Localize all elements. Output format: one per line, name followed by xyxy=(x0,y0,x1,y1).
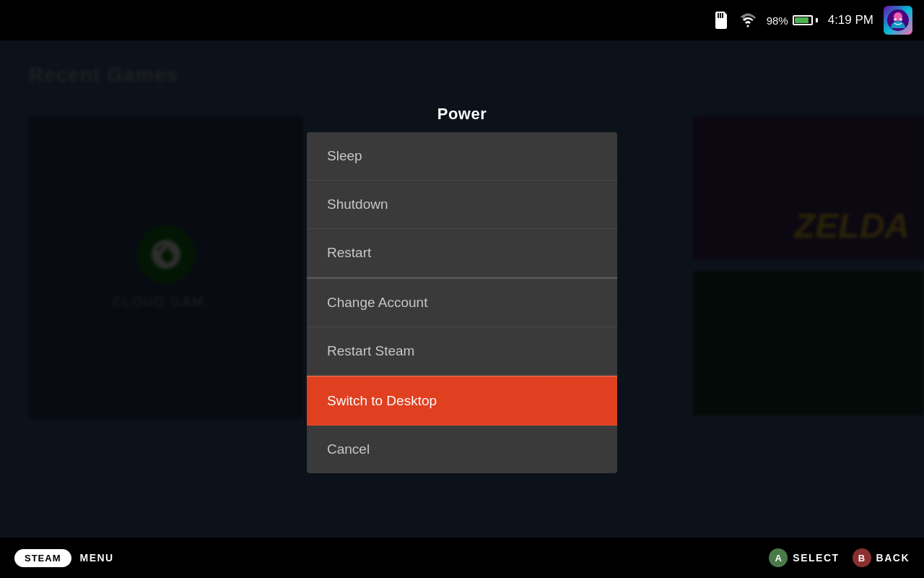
bottom-bar: STEAM MENU A SELECT B BACK xyxy=(0,538,924,578)
power-modal: Power Sleep Shutdown Restart Change Acco… xyxy=(307,105,617,473)
battery-icon xyxy=(793,15,813,25)
back-hint: B BACK xyxy=(853,548,910,567)
menu-item-switch-desktop[interactable]: Switch to Desktop xyxy=(307,376,617,426)
bottom-left: STEAM MENU xyxy=(14,549,114,567)
menu-label: MENU xyxy=(80,552,114,564)
svg-rect-2 xyxy=(722,13,723,18)
battery-fill xyxy=(795,17,809,23)
back-label: BACK xyxy=(876,552,910,564)
battery-status: 98% xyxy=(767,14,818,27)
svg-point-6 xyxy=(894,18,897,21)
select-label: SELECT xyxy=(793,552,839,564)
a-button-icon: A xyxy=(769,548,788,567)
svg-point-7 xyxy=(899,18,902,21)
time-display: 4:19 PM xyxy=(828,13,873,27)
sd-card-status xyxy=(715,12,729,29)
b-button-icon: B xyxy=(853,548,871,567)
battery-percent: 98% xyxy=(767,14,788,27)
menu-item-change-account[interactable]: Change Account xyxy=(307,277,617,327)
steam-button[interactable]: STEAM xyxy=(14,549,71,567)
svg-rect-1 xyxy=(720,13,721,18)
power-menu-list: Sleep Shutdown Restart Change Account Re… xyxy=(307,132,617,473)
status-bar: 98% 4:19 PM xyxy=(0,0,924,40)
bottom-right: A SELECT B BACK xyxy=(769,548,910,567)
select-hint: A SELECT xyxy=(769,548,839,567)
clock: 4:19 PM xyxy=(828,13,873,27)
menu-item-cancel[interactable]: Cancel xyxy=(307,426,617,473)
battery-tip xyxy=(816,18,818,22)
menu-item-shutdown[interactable]: Shutdown xyxy=(307,181,617,229)
user-avatar[interactable] xyxy=(884,6,912,35)
svg-rect-0 xyxy=(718,13,719,18)
menu-item-restart-steam[interactable]: Restart Steam xyxy=(307,327,617,376)
svg-point-3 xyxy=(746,25,749,27)
modal-title: Power xyxy=(307,105,617,124)
menu-item-restart[interactable]: Restart xyxy=(307,229,617,277)
menu-item-sleep[interactable]: Sleep xyxy=(307,132,617,181)
wifi-status xyxy=(739,13,757,27)
